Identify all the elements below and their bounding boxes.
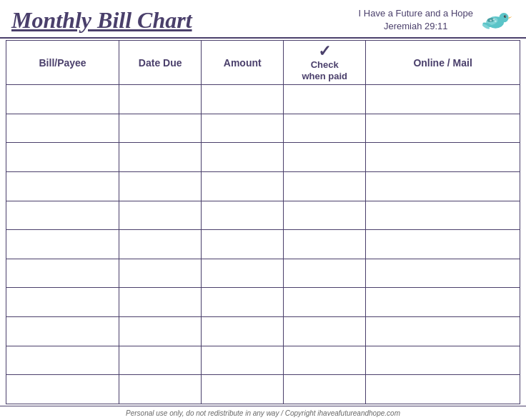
table-cell[interactable] bbox=[119, 201, 202, 230]
table-cell[interactable] bbox=[284, 259, 366, 288]
svg-point-11 bbox=[495, 20, 497, 22]
table-cell[interactable] bbox=[6, 230, 119, 259]
table-cell[interactable] bbox=[6, 172, 119, 201]
table-cell[interactable] bbox=[202, 143, 284, 172]
table-cell[interactable] bbox=[119, 288, 202, 317]
table-cell[interactable] bbox=[202, 114, 284, 143]
table-cell[interactable] bbox=[119, 143, 202, 172]
table-cell[interactable] bbox=[202, 259, 284, 288]
table-header-row: Bill/Payee Date Due Amount ✓ Check when … bbox=[6, 41, 520, 85]
table-cell[interactable] bbox=[366, 317, 520, 346]
table-cell[interactable] bbox=[284, 288, 366, 317]
table-cell[interactable] bbox=[202, 172, 284, 201]
table-cell[interactable] bbox=[119, 85, 202, 114]
table-cell[interactable] bbox=[284, 201, 366, 230]
header: Monthly Bill Chart I Have a Future and a… bbox=[0, 0, 526, 39]
table-row[interactable] bbox=[6, 85, 520, 114]
svg-point-6 bbox=[504, 15, 506, 17]
table-cell[interactable] bbox=[6, 143, 119, 172]
table-cell[interactable] bbox=[284, 230, 366, 259]
table-cell[interactable] bbox=[202, 85, 284, 114]
table-cell[interactable] bbox=[366, 259, 520, 288]
header-right: I Have a Future and a Hope Jeremiah 29:1… bbox=[359, 6, 515, 34]
table-cell[interactable] bbox=[366, 375, 520, 404]
page: Monthly Bill Chart I Have a Future and a… bbox=[0, 0, 526, 420]
table-cell[interactable] bbox=[284, 114, 366, 143]
table-row[interactable] bbox=[6, 288, 520, 317]
table-cell[interactable] bbox=[202, 346, 284, 375]
table-cell[interactable] bbox=[119, 172, 202, 201]
table-container: Bill/Payee Date Due Amount ✓ Check when … bbox=[0, 39, 526, 406]
table-cell[interactable] bbox=[202, 230, 284, 259]
footer: Personal use only, do not redistribute i… bbox=[0, 406, 526, 420]
table-cell[interactable] bbox=[284, 143, 366, 172]
svg-point-1 bbox=[499, 13, 508, 22]
table-cell[interactable] bbox=[366, 346, 520, 375]
table-cell[interactable] bbox=[366, 230, 520, 259]
check-symbol: ✓ bbox=[318, 44, 331, 59]
table-cell[interactable] bbox=[366, 114, 520, 143]
table-cell[interactable] bbox=[366, 201, 520, 230]
bill-chart-table: Bill/Payee Date Due Amount ✓ Check when … bbox=[6, 40, 520, 404]
table-cell[interactable] bbox=[284, 317, 366, 346]
table-cell[interactable] bbox=[119, 230, 202, 259]
table-cell[interactable] bbox=[202, 317, 284, 346]
col-header-online-mail: Online / Mail bbox=[366, 41, 520, 85]
table-cell[interactable] bbox=[119, 346, 202, 375]
table-cell[interactable] bbox=[366, 288, 520, 317]
table-cell[interactable] bbox=[119, 114, 202, 143]
check-when-paid-text: Check when paid bbox=[302, 59, 347, 81]
table-cell[interactable] bbox=[6, 201, 119, 230]
table-cell[interactable] bbox=[6, 259, 119, 288]
table-cell[interactable] bbox=[119, 317, 202, 346]
table-body bbox=[6, 85, 520, 404]
table-cell[interactable] bbox=[284, 375, 366, 404]
table-row[interactable] bbox=[6, 375, 520, 404]
table-cell[interactable] bbox=[6, 85, 119, 114]
table-cell[interactable] bbox=[6, 375, 119, 404]
col-header-date-due: Date Due bbox=[119, 41, 202, 85]
page-title: Monthly Bill Chart bbox=[11, 7, 192, 34]
svg-point-7 bbox=[505, 16, 506, 16]
table-cell[interactable] bbox=[6, 114, 119, 143]
col-header-check-when-paid: ✓ Check when paid bbox=[284, 41, 366, 85]
table-row[interactable] bbox=[6, 346, 520, 375]
table-row[interactable] bbox=[6, 201, 520, 230]
table-cell[interactable] bbox=[6, 288, 119, 317]
table-cell[interactable] bbox=[6, 317, 119, 346]
table-cell[interactable] bbox=[284, 172, 366, 201]
svg-point-10 bbox=[490, 20, 492, 22]
table-cell[interactable] bbox=[119, 375, 202, 404]
col-header-bill-payee: Bill/Payee bbox=[6, 41, 119, 85]
svg-marker-5 bbox=[509, 16, 512, 19]
table-row[interactable] bbox=[6, 230, 520, 259]
svg-point-9 bbox=[493, 19, 495, 21]
table-row[interactable] bbox=[6, 114, 520, 143]
table-row[interactable] bbox=[6, 172, 520, 201]
table-row[interactable] bbox=[6, 317, 520, 346]
table-cell[interactable] bbox=[366, 85, 520, 114]
table-cell[interactable] bbox=[284, 85, 366, 114]
col-header-amount: Amount bbox=[202, 41, 284, 85]
header-subtitle: I Have a Future and a Hope Jeremiah 29:1… bbox=[359, 7, 473, 33]
table-cell[interactable] bbox=[366, 143, 520, 172]
table-row[interactable] bbox=[6, 143, 520, 172]
table-row[interactable] bbox=[6, 259, 520, 288]
bird-icon bbox=[479, 6, 515, 34]
table-cell[interactable] bbox=[202, 201, 284, 230]
table-cell[interactable] bbox=[119, 259, 202, 288]
table-cell[interactable] bbox=[6, 346, 119, 375]
table-cell[interactable] bbox=[202, 375, 284, 404]
table-cell[interactable] bbox=[202, 288, 284, 317]
table-cell[interactable] bbox=[284, 346, 366, 375]
table-cell[interactable] bbox=[366, 172, 520, 201]
